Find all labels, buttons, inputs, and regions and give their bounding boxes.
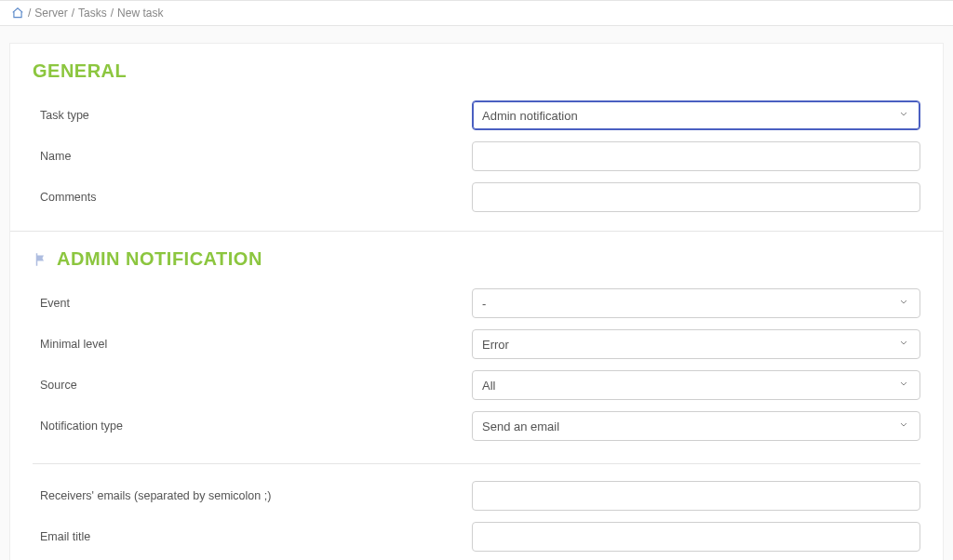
home-icon[interactable]: [11, 7, 24, 20]
section-email: Receivers' emails (separated by semicolo…: [10, 464, 943, 560]
breadcrumb-sep: /: [72, 7, 74, 20]
breadcrumb-server[interactable]: Server: [34, 7, 67, 20]
email-title-input[interactable]: [472, 522, 920, 552]
row-source: Source All: [33, 365, 920, 406]
notification-type-label: Notification type: [33, 420, 461, 433]
task-type-select[interactable]: Admin notification: [472, 100, 920, 130]
row-comments: Comments: [33, 177, 920, 218]
row-receivers: Receivers' emails (separated by semicolo…: [33, 475, 920, 516]
section-general: GENERAL Task type Admin notification Nam…: [10, 44, 943, 225]
section-admin-notification: ADMIN NOTIFICATION Event - Minimal level: [10, 232, 943, 454]
source-select[interactable]: All: [472, 370, 920, 400]
comments-label: Comments: [33, 191, 461, 204]
name-label: Name: [33, 150, 461, 163]
comments-input[interactable]: [472, 182, 920, 212]
breadcrumb: / Server / Tasks / New task: [0, 0, 953, 26]
email-title-label: Email title: [33, 530, 461, 543]
breadcrumb-sep: /: [28, 7, 31, 20]
section-title-general: GENERAL: [33, 60, 920, 82]
row-notification-type: Notification type Send an email: [33, 406, 920, 447]
breadcrumb-current: New task: [117, 7, 163, 20]
main-panel: GENERAL Task type Admin notification Nam…: [9, 43, 944, 560]
row-task-type: Task type Admin notification: [33, 95, 920, 136]
row-minimal-level: Minimal level Error: [33, 324, 920, 365]
minimal-level-select[interactable]: Error: [472, 329, 920, 359]
breadcrumb-sep: /: [111, 7, 114, 20]
name-input[interactable]: [472, 141, 920, 171]
section-title-admin-notification: ADMIN NOTIFICATION: [33, 248, 920, 270]
row-email-title: Email title: [33, 516, 920, 557]
row-name: Name: [33, 136, 920, 177]
breadcrumb-tasks[interactable]: Tasks: [78, 7, 107, 20]
event-select[interactable]: -: [472, 288, 920, 318]
admin-notification-title-text: ADMIN NOTIFICATION: [57, 248, 262, 270]
minimal-level-label: Minimal level: [33, 338, 461, 351]
row-event: Event -: [33, 283, 920, 324]
receivers-label: Receivers' emails (separated by semicolo…: [33, 489, 461, 502]
event-label: Event: [33, 297, 461, 310]
receivers-input[interactable]: [472, 481, 920, 511]
flag-icon: [33, 251, 49, 268]
task-type-label: Task type: [33, 109, 461, 122]
source-label: Source: [33, 379, 461, 392]
notification-type-select[interactable]: Send an email: [472, 411, 920, 441]
